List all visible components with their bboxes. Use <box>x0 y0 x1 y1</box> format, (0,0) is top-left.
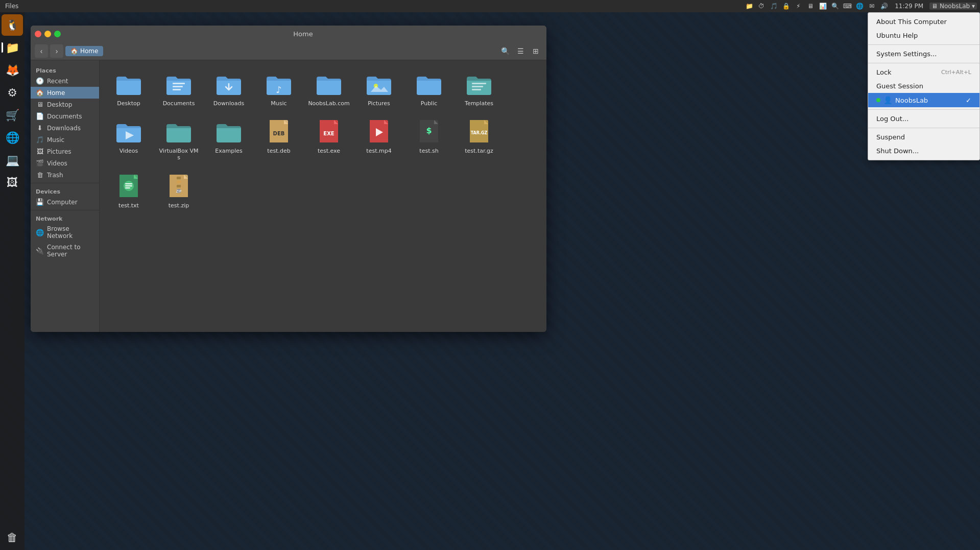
taskbar-software-icon[interactable]: 🛒 <box>2 104 23 126</box>
app-name-label[interactable]: Files <box>3 3 20 10</box>
logout-label: Log Out... <box>876 115 909 123</box>
taskbar-terminal-icon[interactable]: 💻 <box>2 149 23 171</box>
window-titlebar: Home <box>31 26 546 42</box>
recent-icon: 🕐 <box>36 77 44 85</box>
public-folder-icon <box>415 69 443 98</box>
window-maximize-button[interactable] <box>54 31 61 37</box>
suspend-item[interactable]: Suspend <box>868 130 979 144</box>
home-breadcrumb-button[interactable]: 🏠 Home <box>65 46 103 56</box>
taskbar-firefox-icon[interactable]: 🦊 <box>2 59 23 81</box>
about-computer-item[interactable]: About This Computer <box>868 15 979 29</box>
search-tray-icon[interactable]: 🔍 <box>830 2 840 11</box>
taskbar-network-icon[interactable]: 🌐 <box>2 127 23 148</box>
taskbar-ubuntu-icon[interactable]: 🐧 <box>2 14 23 36</box>
search-toggle-button[interactable]: 🔍 <box>498 44 512 58</box>
svg-rect-2 <box>173 89 181 90</box>
window-minimize-button[interactable] <box>44 31 51 37</box>
tar-filename: test.tar.gz <box>465 148 493 154</box>
file-item-test-deb[interactable]: DEB test.deb <box>256 114 302 164</box>
system-settings-item[interactable]: System Settings... <box>868 47 979 61</box>
file-item-test-tar[interactable]: TAR.GZ test.tar.gz <box>456 114 502 164</box>
file-item-test-exe[interactable]: EXE test.exe <box>306 114 352 164</box>
shutdown-item[interactable]: Shut Down... <box>868 144 979 158</box>
svg-rect-0 <box>173 83 185 84</box>
file-item-templates[interactable]: Templates <box>456 66 502 110</box>
music-tray-icon[interactable]: 🎵 <box>769 2 778 11</box>
forward-button[interactable]: › <box>50 44 63 58</box>
power-tray-icon[interactable]: ⚡ <box>794 2 803 11</box>
svg-text:EXE: EXE <box>323 131 334 136</box>
svg-text:ZIP: ZIP <box>176 189 181 194</box>
user-menu-button[interactable]: 🖥 NoobsLab ▾ <box>929 3 977 10</box>
keyboard-tray-icon[interactable]: ⌨ <box>843 2 852 11</box>
recent-label: Recent <box>47 78 68 85</box>
file-item-noobslab[interactable]: NoobsLab.com <box>306 66 352 110</box>
svg-rect-26 <box>177 181 181 183</box>
documents-icon: 📄 <box>36 112 44 120</box>
taskbar-photos-icon[interactable]: 🖼 <box>2 172 23 193</box>
pictures-label: Pictures <box>47 148 71 155</box>
file-item-documents[interactable]: Documents <box>156 66 202 110</box>
network-tray-icon[interactable]: 🌐 <box>855 2 864 11</box>
sidebar-item-browse-network[interactable]: 🌐 Browse Network <box>31 223 99 242</box>
file-item-videos[interactable]: Videos <box>106 114 152 164</box>
lock-tray-icon[interactable]: 🔒 <box>781 2 791 11</box>
deb-filename: test.deb <box>267 148 290 154</box>
file-item-virtualbox[interactable]: VirtualBox VMs <box>156 114 202 164</box>
taskbar: 🐧 📁 🦊 ⚙ 🛒 🌐 💻 🖼 🗑 <box>0 12 25 550</box>
active-user-item[interactable]: 👤 NoobsLab ✓ <box>868 93 979 107</box>
connect-server-label: Connect to Server <box>47 244 94 258</box>
clock-tray-icon[interactable]: ⏱ <box>757 2 766 11</box>
grid-view-button[interactable]: ⊞ <box>529 44 542 58</box>
sidebar-item-pictures[interactable]: 🖼 Pictures <box>31 146 99 157</box>
file-item-test-mp4[interactable]: test.mp4 <box>356 114 402 164</box>
files-tray-icon[interactable]: 📁 <box>745 2 754 11</box>
file-item-test-txt[interactable]: test.txt <box>106 169 152 212</box>
svg-text:TAR.GZ: TAR.GZ <box>471 131 488 135</box>
sidebar-item-trash[interactable]: 🗑 Trash <box>31 169 99 181</box>
time-label: 11:29 PM <box>895 3 923 10</box>
ubuntu-help-item[interactable]: Ubuntu Help <box>868 29 979 42</box>
stats-tray-icon[interactable]: 📊 <box>818 2 827 11</box>
logout-item[interactable]: Log Out... <box>868 112 979 126</box>
lock-label: Lock <box>876 68 892 76</box>
guest-session-item[interactable]: Guest Session <box>868 79 979 93</box>
monitor-tray-icon[interactable]: 🖥 <box>806 2 815 11</box>
lock-shortcut: Ctrl+Alt+L <box>941 69 971 76</box>
file-item-desktop[interactable]: Desktop <box>106 66 152 110</box>
sidebar-item-connect-server[interactable]: 🔌 Connect to Server <box>31 242 99 260</box>
window-title-label: Home <box>64 30 542 38</box>
taskbar-settings-icon[interactable]: ⚙ <box>2 82 23 103</box>
file-item-test-zip[interactable]: ZIP test.zip <box>156 169 202 212</box>
sidebar-item-documents[interactable]: 📄 Documents <box>31 110 99 122</box>
volume-tray-icon[interactable]: 🔊 <box>879 2 889 11</box>
sidebar-item-videos[interactable]: 🎬 Videos <box>31 157 99 169</box>
downloads-icon: ⬇ <box>36 124 44 132</box>
file-item-test-sh[interactable]: $ test.sh <box>406 114 452 164</box>
videos-folder-icon <box>114 117 143 146</box>
file-item-examples[interactable]: Examples <box>206 114 252 164</box>
guest-session-label: Guest Session <box>876 82 923 90</box>
file-item-public[interactable]: Public <box>406 66 452 110</box>
lock-item[interactable]: Lock Ctrl+Alt+L <box>868 65 979 79</box>
file-item-downloads[interactable]: Downloads <box>206 66 252 110</box>
svg-rect-7 <box>472 89 481 90</box>
list-view-button[interactable]: ☰ <box>514 44 527 58</box>
window-close-button[interactable] <box>35 31 41 37</box>
file-item-music[interactable]: ♪ Music <box>256 66 302 110</box>
taskbar-trash-icon[interactable]: 🗑 <box>2 527 23 548</box>
sidebar-item-downloads[interactable]: ⬇ Downloads <box>31 122 99 134</box>
public-filename: Public <box>421 100 438 107</box>
file-item-pictures[interactable]: Pictures <box>356 66 402 110</box>
downloads-label: Downloads <box>47 125 81 132</box>
sidebar-item-music[interactable]: 🎵 Music <box>31 134 99 146</box>
zip-filename: test.zip <box>169 202 189 209</box>
sidebar-item-computer[interactable]: 💾 Computer <box>31 196 99 208</box>
connect-server-icon: 🔌 <box>36 247 44 255</box>
taskbar-files-icon[interactable]: 📁 <box>2 37 23 58</box>
mail-tray-icon[interactable]: ✉ <box>867 2 876 11</box>
back-button[interactable]: ‹ <box>35 44 48 58</box>
sidebar-item-home[interactable]: 🏠 Home <box>31 87 99 99</box>
sidebar-item-recent[interactable]: 🕐 Recent <box>31 75 99 87</box>
sidebar-item-desktop[interactable]: 🖥 Desktop <box>31 99 99 110</box>
